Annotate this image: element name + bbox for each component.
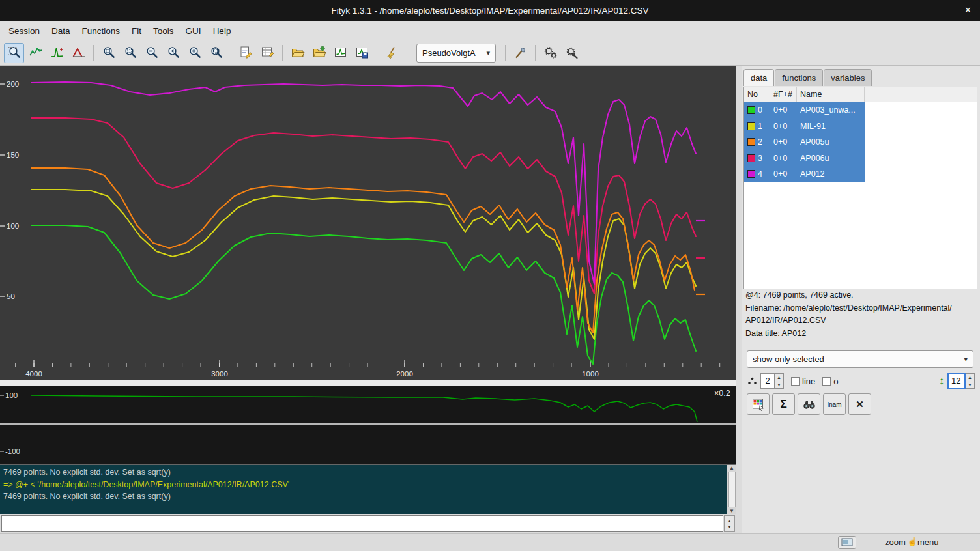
data-row[interactable]: 1 0+0 MIL-91 (744, 119, 977, 135)
zoom-all-button[interactable] (98, 43, 119, 63)
menu-fit[interactable]: Fit (126, 23, 147, 39)
shift-up[interactable]: ▲ (966, 374, 974, 381)
point-size-value: 2 (760, 373, 775, 389)
display-controls: 2 ▲ ▼ line σ ↕ 12 ▲ ▼ (747, 371, 975, 391)
aux-bottom-label: -100 (5, 447, 20, 455)
edit-script-button[interactable] (236, 43, 256, 63)
zoom-in-button[interactable] (184, 43, 205, 63)
console-output: 7469 points. No explicit std. dev. Set a… (0, 464, 736, 514)
zoom-selection-icon (123, 46, 137, 60)
input-history-spin[interactable]: ▴ ▾ (724, 515, 735, 532)
menu-data[interactable]: Data (46, 23, 76, 39)
hand-cursor-icon: ☝ (907, 537, 917, 546)
zoom-previous-button[interactable] (163, 43, 183, 63)
rename-button[interactable]: Inam (823, 393, 846, 415)
add-function-mode-icon (72, 46, 86, 60)
column-header-name[interactable]: Name (797, 87, 865, 102)
scroll-down-icon[interactable]: ▼ (729, 508, 734, 514)
tab-functions[interactable]: functions (775, 69, 823, 86)
data-table-icon (261, 46, 275, 60)
scrollbar-thumb[interactable] (728, 472, 736, 507)
zoom-reset-button[interactable] (206, 43, 226, 63)
residual-curve (31, 395, 697, 422)
line-checkbox[interactable]: line (791, 376, 815, 386)
tab-variables[interactable]: variables (824, 69, 872, 86)
dataset-row-spacer (865, 102, 977, 119)
open-script-icon (312, 46, 326, 60)
command-input[interactable] (1, 515, 723, 532)
y-tick-label: 200 (7, 80, 19, 88)
find-button[interactable] (798, 393, 820, 415)
menu-functions[interactable]: Functions (76, 23, 126, 39)
y-tick-label: 100 (7, 222, 19, 230)
data-row[interactable]: 3 0+0 AP006u (744, 150, 977, 167)
spin-up-icon[interactable]: ▴ (728, 518, 731, 524)
point-size-spinner[interactable]: 2 ▲ ▼ (760, 373, 784, 389)
dataset-name: AP006u (797, 150, 865, 167)
clear-sweep-button[interactable] (382, 43, 402, 63)
auto-add-button[interactable] (510, 43, 530, 63)
zoom-out-icon (145, 46, 159, 60)
fit-settings-button[interactable] (562, 43, 582, 63)
plot-splitter[interactable] (0, 380, 736, 386)
shift-value: 12 (947, 373, 966, 389)
aux-scale-label: ×0.2 (714, 389, 730, 398)
data-list-body: 0 0+0 AP003_unwa... 1 0+0 MIL-91 2 0+0 A… (744, 102, 977, 182)
column-header-no[interactable]: No (744, 87, 770, 102)
toolbar-separator (505, 45, 506, 61)
zoom-selection-button[interactable] (120, 43, 140, 63)
fit-run-button[interactable] (540, 43, 560, 63)
data-row[interactable]: 2 0+0 AP005u (744, 134, 977, 150)
function-type-value: PseudoVoigtA (422, 48, 476, 58)
toolbar-separator (282, 45, 283, 61)
menu-tools[interactable]: Tools (147, 23, 180, 39)
open-data-button[interactable] (287, 43, 308, 63)
data-table-button[interactable] (257, 43, 278, 63)
shift-spinner[interactable]: 12 ▲ ▼ (947, 373, 975, 389)
fit-run-icon (543, 46, 558, 60)
show-filter-select[interactable]: show only selected ▾ (747, 350, 973, 368)
column-header-functions[interactable]: #F+# (770, 87, 797, 102)
sigma-checkbox[interactable]: σ (822, 376, 839, 386)
function-type-select[interactable]: PseudoVoigtA▾ (416, 44, 496, 63)
zoom-mode-button[interactable] (4, 43, 24, 63)
open-script-button[interactable] (309, 43, 329, 63)
menu-gui[interactable]: GUI (180, 23, 207, 39)
add-peak-mode-button[interactable] (47, 43, 67, 63)
export-image-button[interactable] (352, 43, 372, 63)
spin-down-icon[interactable]: ▾ (728, 524, 731, 530)
menu-help[interactable]: Help (207, 23, 237, 39)
shift-updown-icon: ↕ (939, 375, 944, 387)
data-list: No #F+# Name 0 0+0 AP003_unwa... 1 0+0 M… (743, 87, 977, 289)
fit-settings-icon (565, 46, 579, 60)
dataset-name: AP005u (797, 134, 865, 150)
console-scrollbar[interactable]: ▲ ▼ (727, 465, 736, 514)
close-button[interactable]: ✕ (964, 5, 972, 15)
point-size-up[interactable]: ▲ (775, 374, 783, 381)
data-row[interactable]: 4 0+0 AP012 (744, 166, 977, 182)
add-function-mode-button[interactable] (68, 43, 89, 63)
menu-session[interactable]: Session (3, 23, 46, 39)
panel-icon (841, 538, 853, 547)
data-edit-mode-button[interactable] (25, 43, 46, 63)
zoom-out-button[interactable] (141, 43, 162, 63)
sum-button[interactable]: Σ (772, 393, 795, 415)
dataset-number: 4 (758, 169, 762, 178)
aux-plot[interactable]: 100-100×0.2 (0, 386, 736, 464)
zoom-reset-icon (209, 46, 223, 60)
dataset-name: AP012 (797, 166, 865, 182)
view-grid-button[interactable] (747, 393, 770, 415)
statusbar-panel-button[interactable] (838, 536, 856, 549)
point-size-down[interactable]: ▼ (775, 381, 783, 388)
scroll-up-icon[interactable]: ▲ (729, 465, 734, 471)
sigma-checkbox-box[interactable] (822, 377, 831, 386)
panel-splitter[interactable] (736, 66, 742, 533)
delete-button[interactable]: ✕ (848, 393, 871, 415)
data-row[interactable]: 0 0+0 AP003_unwa... (744, 102, 977, 119)
main-plot[interactable]: 400030002000100020015010050 (0, 66, 736, 380)
save-session-button[interactable] (330, 43, 351, 63)
delete-icon: ✕ (856, 399, 864, 410)
tab-data[interactable]: data (743, 69, 774, 86)
shift-down[interactable]: ▼ (966, 381, 974, 388)
line-checkbox-box[interactable] (791, 377, 800, 386)
